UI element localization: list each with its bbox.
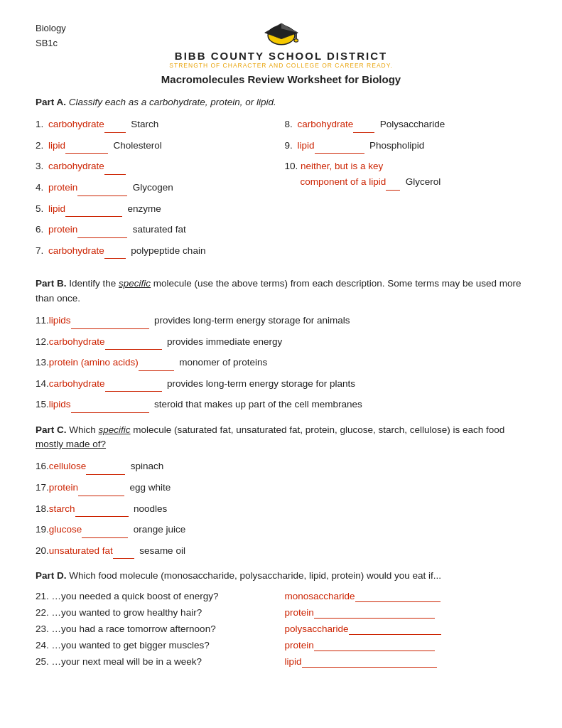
part-b-items: 11. lipids provides long-term energy sto… bbox=[36, 313, 526, 413]
graduation-cap-icon bbox=[260, 21, 303, 50]
list-item: 15. lipids steroid that makes up part of… bbox=[36, 397, 526, 413]
school-logo: BIBB COUNTY SCHOOL DISTRICT STRENGTH OF … bbox=[169, 21, 392, 69]
list-item: 13. protein (amino acids) monomer of pro… bbox=[36, 355, 526, 371]
list-item: monosaccharide bbox=[285, 591, 527, 602]
page-title: Macromolecules Review Worksheet for Biol… bbox=[36, 73, 526, 85]
list-item: polysaccharide bbox=[285, 623, 527, 635]
list-item: 3. carbohydrate bbox=[36, 159, 278, 175]
list-item: 19. glucose orange juice bbox=[36, 522, 526, 538]
part-d-question: 24. …you wanted to get bigger muscles? bbox=[36, 640, 278, 651]
list-item: 6. protein saturated fat bbox=[36, 222, 278, 238]
part-a-columns: 1. carbohydrate Starch 2. lipid Choleste… bbox=[36, 117, 526, 264]
list-item: 21. …you needed a quick boost of energy? bbox=[36, 591, 278, 602]
list-item: 5. lipid enzyme bbox=[36, 201, 278, 218]
list-item: 12. carbohydrate provides immediate ener… bbox=[36, 334, 526, 350]
list-item: 8. carbohydrate Polysaccharide bbox=[285, 117, 527, 133]
list-item: 20. unsaturated fat sesame oil bbox=[36, 543, 526, 560]
list-item: 11. lipids provides long-term energy sto… bbox=[36, 313, 526, 329]
list-item: 2. lipid Cholesterol bbox=[36, 138, 278, 154]
course-label: SB1c bbox=[36, 36, 66, 51]
part-d-question: 23. …you had a race tomorrow afternoon? bbox=[36, 623, 278, 634]
svg-point-4 bbox=[293, 39, 298, 42]
list-item: 18. starch noodles bbox=[36, 501, 526, 518]
part-d-question: 21. …you needed a quick boost of energy? bbox=[36, 591, 278, 601]
part-a-label: Part A. bbox=[36, 97, 66, 107]
district-tagline: STRENGTH OF CHARACTER AND COLLEGE OR CAR… bbox=[169, 62, 392, 69]
part-c-heading: Part C. Which specific molecule (saturat… bbox=[36, 423, 526, 452]
part-d-heading: Part D. Which food molecule (monosacchar… bbox=[36, 569, 526, 583]
part-b-section: Part B. Identify the specific molecule (… bbox=[36, 277, 526, 412]
part-d-items: 21. …you needed a quick boost of energy?… bbox=[36, 591, 526, 668]
list-item: lipid bbox=[285, 656, 527, 668]
district-name: BIBB COUNTY SCHOOL DISTRICT bbox=[175, 50, 387, 62]
part-a-right: 8. carbohydrate Polysaccharide 9. lipid … bbox=[285, 117, 527, 264]
corner-label: Biology SB1c bbox=[36, 21, 66, 51]
list-item: 10. neither, but is a key component of a… bbox=[285, 159, 527, 190]
part-d-section: Part D. Which food molecule (monosacchar… bbox=[36, 569, 526, 667]
part-a-left: 1. carbohydrate Starch 2. lipid Choleste… bbox=[36, 117, 278, 264]
list-item: 1. carbohydrate Starch bbox=[36, 117, 278, 133]
part-d-question: 25. …your next meal will be in a week? bbox=[36, 656, 278, 667]
list-item: protein bbox=[285, 607, 527, 619]
part-a-section: Part A. Classify each as a carbohydrate,… bbox=[36, 95, 526, 264]
list-item: 14. carbohydrate provides long-term ener… bbox=[36, 376, 526, 392]
list-item: 17. protein egg white bbox=[36, 480, 526, 496]
list-item: 25. …your next meal will be in a week? bbox=[36, 656, 278, 668]
part-c-section: Part C. Which specific molecule (saturat… bbox=[36, 423, 526, 559]
part-d-question: 22. …you wanted to grow healthy hair? bbox=[36, 607, 278, 618]
list-item: 16. cellulose spinach bbox=[36, 459, 526, 475]
header: Biology SB1c BIBB COUNTY SCHOOL DISTRICT… bbox=[36, 21, 526, 69]
list-item: 7. carbohydrate polypeptide chain bbox=[36, 243, 278, 259]
part-c-items: 16. cellulose spinach 17. protein egg wh… bbox=[36, 459, 526, 559]
list-item: 23. …you had a race tomorrow afternoon? bbox=[36, 623, 278, 635]
biology-label: Biology bbox=[36, 21, 66, 36]
part-a-heading: Part A. Classify each as a carbohydrate,… bbox=[36, 95, 526, 109]
list-item: 9. lipid Phospholipid bbox=[285, 138, 527, 154]
list-item: protein bbox=[285, 640, 527, 651]
list-item: 24. …you wanted to get bigger muscles? bbox=[36, 640, 278, 651]
list-item: 4. protein Glycogen bbox=[36, 180, 278, 196]
part-b-heading: Part B. Identify the specific molecule (… bbox=[36, 277, 526, 306]
part-a-instruction: Classify each as a carbohydrate, protein… bbox=[66, 97, 276, 107]
list-item: 22. …you wanted to grow healthy hair? bbox=[36, 607, 278, 619]
